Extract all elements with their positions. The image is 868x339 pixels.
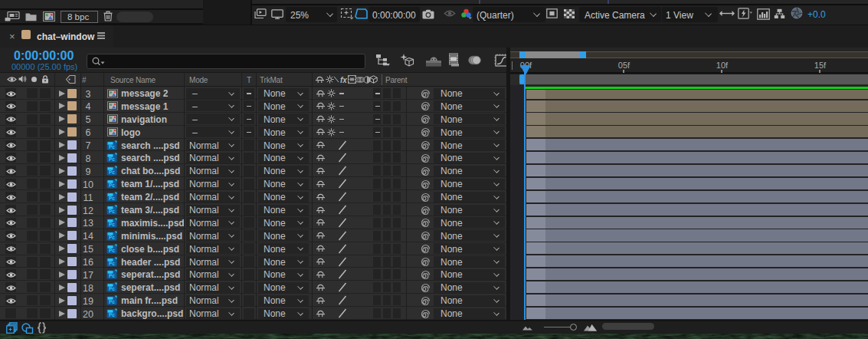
svg-text:Pc: Pc	[109, 286, 115, 291]
svg-text:Pc: Pc	[109, 144, 115, 150]
svg-text:Pc: Pc	[109, 170, 115, 175]
svg-text:Pc: Pc	[109, 273, 115, 278]
svg-text:Pc: Pc	[109, 156, 115, 162]
svg-text:Pc: Pc	[109, 299, 115, 304]
svg-text:Pc: Pc	[109, 183, 115, 188]
svg-text:Pc: Pc	[109, 261, 115, 266]
svg-text:Pc: Pc	[109, 235, 115, 240]
svg-text:Pc: Pc	[109, 196, 115, 201]
svg-text:Pc: Pc	[109, 248, 115, 253]
svg-text:Pc: Pc	[109, 312, 115, 318]
svg-text:Pc: Pc	[109, 222, 115, 227]
svg-text:Pc: Pc	[109, 209, 115, 214]
